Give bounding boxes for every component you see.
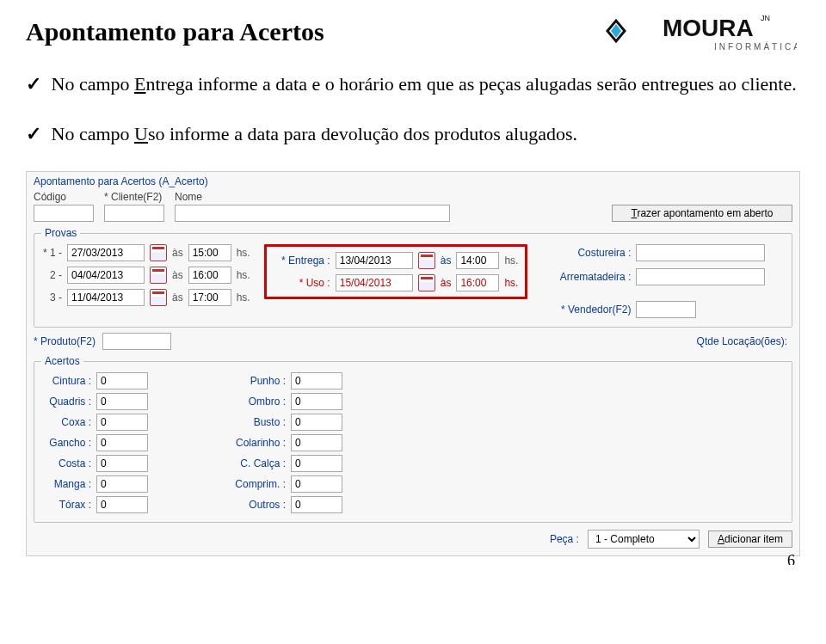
peca-select[interactable]: 1 - Completo (588, 530, 700, 549)
page-number: 6 (787, 552, 795, 565)
costa-input[interactable] (96, 455, 148, 472)
ombro-input[interactable] (291, 393, 342, 410)
ccalca-label: C. Calça : (225, 457, 286, 469)
entrega-time-input[interactable] (456, 252, 499, 269)
entrega-uso-highlight: * Entrega : às hs. * Uso : às hs. (264, 244, 528, 299)
calendar-icon[interactable] (150, 267, 167, 284)
bullet-underline: E (134, 73, 145, 95)
peca-label: Peça : (550, 533, 579, 545)
cliente-label: * Cliente(F2) (104, 191, 164, 203)
comprim-label: Comprim. : (225, 478, 286, 490)
prova-num-2: 2 - (41, 269, 62, 281)
bullet-uso: ✓ No campo Uso informe a data para devol… (26, 117, 800, 151)
prova1-date-input[interactable] (67, 244, 145, 261)
cintura-input[interactable] (96, 372, 148, 389)
as-label: às (172, 291, 183, 304)
hs-label: hs. (237, 269, 250, 281)
torax-input[interactable] (96, 496, 148, 513)
colarinho-label: Colarinho : (225, 437, 286, 449)
acertos-fieldset: Acertos Cintura : Quadris : Coxa : Ganch… (34, 355, 792, 523)
prova3-date-input[interactable] (67, 289, 145, 306)
prova-num-3: 3 - (41, 291, 62, 304)
costureira-input[interactable] (636, 244, 765, 261)
uso-label: * Uso : (274, 277, 330, 289)
bullet-underline: U (134, 123, 148, 144)
calendar-icon[interactable] (150, 244, 167, 261)
costa-label: Costa : (41, 457, 91, 469)
quadris-input[interactable] (96, 393, 148, 410)
calendar-icon[interactable] (418, 274, 435, 291)
app-form-panel: Apontamento para Acertos (A_Acerto) Códi… (26, 171, 800, 556)
bullet-text: No campo (52, 73, 135, 95)
colarinho-input[interactable] (291, 434, 342, 451)
produto-label: * Produto(F2) (34, 335, 96, 347)
vendedor-input[interactable] (636, 301, 696, 318)
check-icon: ✓ (26, 123, 41, 144)
bullet-text: No campo (52, 123, 135, 144)
outros-input[interactable] (291, 496, 342, 513)
arrematadeira-label: Arrematadeira : (548, 271, 631, 283)
nome-input[interactable] (175, 205, 450, 222)
check-icon: ✓ (26, 73, 41, 95)
adicionar-item-button[interactable]: Adicionar item (708, 531, 792, 548)
manga-label: Manga : (41, 478, 91, 490)
qtde-locacao-label: Qtde Locação(ões): (697, 335, 792, 347)
busto-label: Busto : (225, 416, 286, 428)
logo-c-shapes (582, 14, 647, 48)
logo-sup-text: JN (761, 14, 770, 22)
prova3-time-input[interactable] (188, 289, 231, 306)
ccalca-input[interactable] (291, 455, 342, 472)
coxa-label: Coxa : (41, 416, 91, 428)
logo-sub-text: INFORMÁTICA (714, 41, 797, 52)
bullet-entrega: ✓ No campo Entrega informe a data e o ho… (26, 67, 800, 101)
gancho-input[interactable] (96, 434, 148, 451)
provas-fieldset: Provas * 1 - às hs. 2 - (34, 227, 792, 328)
prova1-time-input[interactable] (188, 244, 231, 261)
codigo-label: Código (34, 191, 94, 203)
cintura-label: Cintura : (41, 375, 91, 387)
entrega-date-input[interactable] (336, 252, 413, 269)
codigo-input[interactable] (34, 205, 94, 222)
bullet-text: ntrega informe a data e o horário em que… (145, 73, 796, 95)
acertos-legend: Acertos (41, 355, 83, 367)
prova2-date-input[interactable] (67, 267, 145, 284)
vendedor-label: * Vendedor(F2) (548, 304, 631, 316)
punho-label: Punho : (225, 375, 286, 387)
trazer-apontamento-button[interactable]: Trazer apontamento em aberto (612, 205, 792, 222)
torax-label: Tórax : (41, 499, 91, 511)
manga-input[interactable] (96, 475, 148, 493)
hs-label: hs. (504, 255, 518, 267)
ombro-label: Ombro : (225, 396, 286, 408)
coxa-input[interactable] (96, 414, 148, 431)
calendar-icon[interactable] (418, 252, 435, 269)
arrematadeira-input[interactable] (636, 268, 765, 285)
as-label: às (441, 277, 452, 289)
as-label: às (172, 247, 183, 259)
prova-num-1: * 1 - (41, 247, 62, 259)
costureira-label: Costureira : (548, 247, 631, 259)
quadris-label: Quadris : (41, 396, 91, 408)
cliente-input[interactable] (104, 205, 164, 222)
uso-date-input[interactable] (336, 274, 413, 291)
brand-logo: MOURA JN INFORMÁTICA (573, 5, 797, 57)
panel-title: Apontamento para Acertos (A_Acerto) (34, 175, 792, 187)
nome-label: Nome (175, 191, 450, 203)
produto-input[interactable] (102, 333, 171, 350)
prova2-time-input[interactable] (188, 267, 231, 284)
logo-brand-text: MOURA (663, 15, 754, 41)
as-label: às (172, 269, 183, 281)
outros-label: Outros : (225, 499, 286, 511)
hs-label: hs. (237, 291, 250, 304)
comprim-input[interactable] (291, 475, 342, 493)
as-label: às (441, 255, 452, 267)
entrega-label: * Entrega : (274, 255, 330, 267)
bullet-text: so informe a data para devolução dos pro… (148, 123, 577, 144)
hs-label: hs. (504, 277, 518, 289)
provas-legend: Provas (41, 227, 80, 239)
uso-time-input[interactable] (456, 274, 499, 291)
hs-label: hs. (237, 247, 250, 259)
busto-input[interactable] (291, 414, 342, 431)
punho-input[interactable] (291, 372, 342, 389)
calendar-icon[interactable] (150, 289, 167, 306)
gancho-label: Gancho : (41, 437, 91, 449)
